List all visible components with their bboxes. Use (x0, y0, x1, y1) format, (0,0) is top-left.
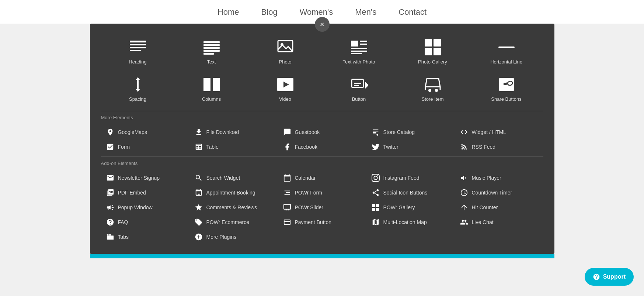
text-icon (203, 38, 220, 56)
google-maps-label: GoogleMaps (118, 129, 147, 135)
powr-slider-item[interactable]: POWr Slider (278, 200, 366, 215)
share-buttons-label: Share Buttons (491, 96, 521, 102)
more-plugins-item[interactable]: More Plugins (189, 230, 278, 244)
search-widget-item[interactable]: Search Widget (189, 171, 278, 185)
svg-rect-47 (109, 234, 111, 236)
social-icon-buttons-item[interactable]: Social Icon Buttons (366, 185, 455, 200)
svg-rect-46 (107, 234, 108, 236)
spacing-label: Spacing (129, 96, 146, 102)
guestbook-item[interactable]: Guestbook (278, 125, 366, 140)
twitter-icon (372, 143, 380, 151)
text-item[interactable]: Text (175, 32, 248, 70)
more-elements-divider (101, 111, 543, 111)
svg-rect-42 (372, 204, 375, 207)
photo-gallery-item[interactable]: Photo Gallery (396, 32, 470, 70)
music-player-label: Music Player (472, 175, 501, 181)
facebook-item[interactable]: Facebook (278, 140, 366, 154)
search-icon (195, 174, 203, 182)
popup-window-item[interactable]: Popup Window (101, 200, 189, 215)
file-download-item[interactable]: File Download (189, 125, 278, 140)
social-icon (372, 189, 380, 197)
instagram-feed-item[interactable]: Instagram Feed (366, 171, 455, 185)
svg-rect-13 (360, 44, 367, 45)
faq-label: FAQ (118, 219, 128, 225)
photo-icon (276, 38, 294, 56)
live-chat-item[interactable]: Live Chat (455, 215, 543, 230)
powr-ecommerce-item[interactable]: POWr Ecommerce (189, 215, 278, 230)
twitter-item[interactable]: Twitter (366, 140, 455, 154)
newsletter-signup-item[interactable]: Newsletter Signup (101, 171, 189, 185)
svg-rect-17 (425, 39, 432, 47)
faq-item[interactable]: FAQ (101, 215, 189, 230)
calendar-label: Calendar (295, 175, 316, 181)
svg-rect-19 (425, 48, 432, 55)
powr-gallery-item[interactable]: POWr Gallery (366, 200, 455, 215)
share-buttons-item[interactable]: Share Buttons (470, 70, 543, 107)
comments-reviews-item[interactable]: Comments & Reviews (189, 200, 278, 215)
nav-item-home[interactable]: Home (217, 7, 239, 17)
form-item[interactable]: Form (101, 140, 189, 154)
hit-counter-item[interactable]: Hit Counter (455, 200, 543, 215)
live-chat-label: Live Chat (472, 219, 494, 225)
payment-icon (283, 218, 291, 226)
svg-rect-4 (203, 41, 220, 43)
multi-location-map-label: Multi-Location Map (383, 219, 427, 225)
heading-item[interactable]: Heading (101, 32, 175, 70)
code-icon (460, 128, 468, 136)
svg-rect-8 (203, 53, 214, 55)
svg-point-41 (287, 209, 289, 211)
store-catalog-item[interactable]: Store Catalog (366, 125, 455, 140)
nav-item-blog[interactable]: Blog (261, 7, 278, 17)
svg-marker-22 (136, 77, 140, 80)
video-item[interactable]: Video (248, 70, 322, 107)
columns-label: Columns (202, 96, 221, 102)
social-icon-buttons-label: Social Icon Buttons (383, 190, 428, 196)
text-with-photo-item[interactable]: Text with Photo (322, 32, 396, 70)
star-icon (195, 203, 203, 211)
tabs-item[interactable]: Tabs (101, 230, 189, 244)
video-label: Video (279, 96, 291, 102)
multi-location-map-item[interactable]: Multi-Location Map (366, 215, 455, 230)
button-item[interactable]: Button (322, 70, 396, 107)
share-buttons-icon (498, 76, 515, 93)
countdown-timer-item[interactable]: Countdown Timer (455, 185, 543, 200)
widget-html-item[interactable]: Widget / HTML (455, 125, 543, 140)
columns-item[interactable]: Columns (175, 70, 248, 107)
calendar-item[interactable]: Calendar (278, 171, 366, 185)
svg-rect-3 (130, 50, 141, 51)
heading-icon (129, 38, 147, 56)
envelope-icon (106, 174, 114, 182)
video-icon (276, 76, 294, 93)
powr-form-item[interactable]: POWr Form (278, 185, 366, 200)
svg-point-33 (428, 89, 431, 92)
photo-gallery-label: Photo Gallery (418, 59, 447, 65)
store-catalog-icon (372, 128, 380, 136)
photo-item[interactable]: Photo (248, 32, 322, 70)
support-button[interactable]: Support (585, 268, 634, 286)
music-player-item[interactable]: Music Player (455, 171, 543, 185)
powr-gallery-icon (372, 203, 380, 211)
rss-feed-label: RSS Feed (472, 144, 496, 150)
rss-feed-item[interactable]: RSS Feed (455, 140, 543, 154)
spacing-item[interactable]: Spacing (101, 70, 175, 107)
horizontal-line-label: Horizontal Line (490, 59, 522, 65)
popup-window-label: Popup Window (118, 204, 153, 210)
nav-item-womens[interactable]: Women's (300, 7, 333, 17)
table-item[interactable]: Table (189, 140, 278, 154)
store-item-item[interactable]: Store Item (396, 70, 470, 107)
plus-circle-icon (195, 233, 203, 241)
svg-rect-48 (107, 235, 113, 240)
text-label: Text (207, 59, 216, 65)
svg-rect-12 (360, 41, 367, 42)
nav-item-contact[interactable]: Contact (398, 7, 427, 17)
pdf-embed-item[interactable]: PDF Embed (101, 185, 189, 200)
svg-rect-18 (434, 39, 441, 47)
nav-item-mens[interactable]: Men's (355, 7, 376, 17)
close-button[interactable]: ✕ (315, 17, 330, 32)
people-icon (460, 218, 468, 226)
horizontal-line-item[interactable]: Horizontal Line (470, 32, 543, 70)
google-maps-item[interactable]: GoogleMaps (101, 125, 189, 140)
icon-grid: Heading Text Photo (101, 32, 543, 107)
appointment-booking-item[interactable]: Appointment Booking (189, 185, 278, 200)
payment-button-item[interactable]: Payment Button (278, 215, 366, 230)
